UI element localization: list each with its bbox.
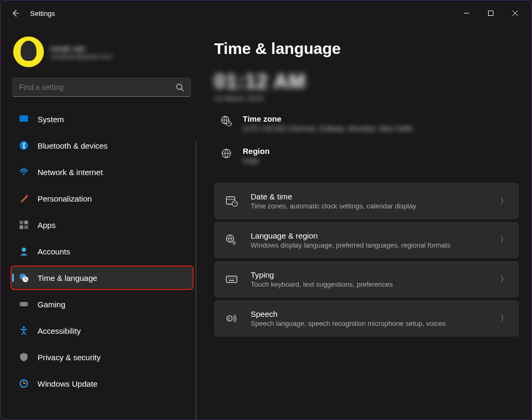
timezone-icon (219, 114, 233, 127)
region-info: Region India (214, 147, 519, 165)
sidebar-item-gaming[interactable]: Gaming (12, 294, 192, 315)
wifi-icon (19, 167, 29, 177)
svg-point-2 (177, 84, 182, 89)
card-language-region[interactable]: 字 Language & region Windows display lang… (214, 222, 519, 258)
svg-rect-10 (20, 225, 23, 229)
minimize-button[interactable] (454, 5, 479, 22)
avatar (13, 36, 44, 67)
close-button[interactable] (503, 5, 527, 22)
app-title: Settings (30, 10, 55, 17)
access-icon (19, 325, 29, 336)
svg-point-12 (22, 248, 26, 252)
sidebar-item-label: Accessibility (38, 326, 81, 335)
chevron-right-icon: 〉 (500, 196, 508, 206)
chevron-right-icon: 〉 (500, 275, 508, 284)
current-time: 01:12 AM (214, 70, 519, 93)
timezone-label: Time zone (243, 114, 412, 123)
sidebar-item-label: System (38, 115, 64, 124)
sidebar-item-accounts[interactable]: Accounts (12, 241, 192, 262)
sidebar-item-time-language[interactable]: Time & language (12, 267, 192, 288)
globe-icon (219, 147, 233, 159)
card-date-time[interactable]: Date & time Time zones, automatic clock … (214, 183, 519, 219)
card-desc: Touch keyboard, text suggestions, prefer… (251, 280, 489, 288)
sidebar-item-label: Bluetooth & devices (38, 141, 108, 150)
card-typing[interactable]: Typing Touch keyboard, text suggestions,… (214, 261, 519, 297)
svg-rect-1 (489, 11, 493, 16)
svg-rect-4 (20, 115, 28, 122)
card-title: Language & region (251, 231, 489, 240)
profile-email: ronakrain@gmail.com (50, 53, 112, 60)
card-speech[interactable]: 9 Speech Speech language, speech recogni… (214, 300, 519, 336)
svg-point-29 (228, 278, 229, 279)
search-icon (176, 83, 184, 92)
sidebar-item-network[interactable]: Network & internet (12, 161, 192, 182)
sidebar-item-personalization[interactable]: Personalization (12, 188, 192, 209)
clock-globe-icon (19, 272, 29, 283)
profile-name: ronak rain (50, 44, 112, 53)
sidebar-item-label: Gaming (38, 300, 66, 309)
svg-point-6 (23, 173, 24, 175)
speech-icon: 9 (225, 312, 239, 325)
sidebar-item-bluetooth[interactable]: Bluetooth & devices (12, 135, 192, 156)
search-input[interactable] (19, 83, 176, 92)
profile[interactable]: ronak rain ronakrain@gmail.com (13, 36, 196, 67)
main-content: Time & language 01:12 AM 14 March 2023 T… (196, 26, 531, 420)
back-button[interactable] (5, 3, 26, 24)
svg-rect-8 (20, 221, 23, 224)
svg-point-32 (234, 278, 235, 279)
datetime-icon (225, 195, 239, 207)
shield-icon (19, 352, 29, 362)
sidebar-item-label: Network & internet (38, 168, 103, 177)
region-label: Region (243, 147, 270, 156)
sidebar-item-privacy[interactable]: Privacy & security (12, 346, 192, 368)
bluetooth-icon (19, 140, 29, 151)
sidebar-item-update[interactable]: Windows Update (12, 373, 192, 394)
chevron-right-icon: 〉 (500, 235, 508, 245)
maximize-button[interactable] (479, 5, 503, 22)
sidebar: ronak rain ronakrain@gmail.com System Bl… (1, 26, 196, 420)
window-controls (454, 5, 527, 22)
settings-list: Date & time Time zones, automatic clock … (214, 183, 519, 336)
svg-rect-9 (24, 221, 28, 224)
brush-icon (19, 193, 29, 204)
svg-point-18 (23, 326, 25, 328)
search-box[interactable] (12, 78, 191, 97)
card-desc: Time zones, automatic clock settings, ca… (251, 202, 489, 210)
system-icon (19, 114, 29, 124)
svg-rect-28 (226, 276, 237, 282)
svg-point-31 (232, 278, 233, 279)
sidebar-item-label: Privacy & security (38, 353, 100, 362)
divider (196, 141, 196, 420)
sidebar-item-label: Windows Update (38, 379, 97, 388)
svg-point-16 (21, 304, 22, 305)
svg-text:9: 9 (228, 317, 230, 321)
svg-point-17 (25, 304, 26, 305)
current-date: 14 March 2023 (214, 94, 519, 103)
game-icon (19, 299, 29, 309)
sidebar-item-system[interactable]: System (12, 108, 192, 130)
sidebar-item-label: Accounts (38, 247, 70, 256)
sidebar-item-accessibility[interactable]: Accessibility (12, 320, 192, 341)
card-title: Speech (251, 309, 489, 318)
sidebar-item-apps[interactable]: Apps (12, 214, 192, 235)
card-desc: Windows display language, preferred lang… (251, 241, 489, 249)
svg-point-7 (26, 195, 28, 197)
card-title: Date & time (251, 192, 489, 201)
nav-list: System Bluetooth & devices Network & int… (12, 108, 192, 399)
apps-icon (19, 220, 29, 230)
svg-rect-15 (20, 302, 28, 306)
sidebar-item-label: Apps (38, 221, 56, 230)
card-title: Typing (251, 270, 489, 279)
svg-rect-11 (24, 225, 28, 229)
titlebar: Settings (1, 1, 531, 26)
update-icon (19, 378, 29, 389)
svg-text:字: 字 (232, 241, 236, 246)
langregion-icon: 字 (225, 234, 239, 246)
card-desc: Speech language, speech recognition micr… (251, 319, 489, 327)
keyboard-icon (225, 273, 239, 286)
svg-point-30 (230, 278, 231, 279)
chevron-right-icon: 〉 (500, 314, 508, 323)
sidebar-item-label: Personalization (38, 194, 92, 203)
sidebar-item-label: Time & language (38, 273, 97, 282)
timezone-info: Time zone (UTC+05:30) Chennai, Kolkata, … (214, 114, 519, 133)
